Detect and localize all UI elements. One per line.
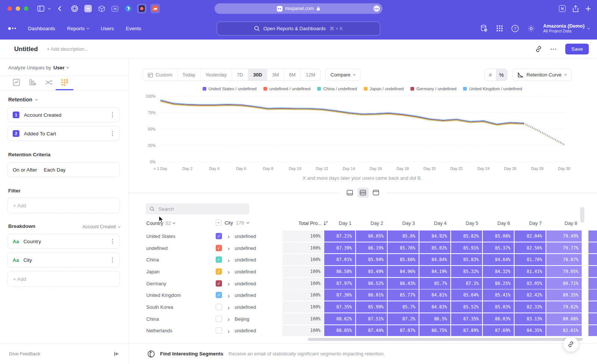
- retention-cell[interactable]: 86.03%: [483, 313, 514, 324]
- step-options-icon[interactable]: [110, 111, 115, 119]
- range-yesterday[interactable]: Yesterday: [200, 69, 232, 81]
- range-3m[interactable]: 3M: [267, 69, 284, 81]
- col-header-day-5[interactable]: Day 5: [451, 220, 483, 226]
- retention-cell[interactable]: 86.75%: [419, 325, 450, 336]
- retention-cell[interactable]: 87.97%: [324, 278, 355, 289]
- retention-cell[interactable]: 87.36%: [324, 289, 355, 301]
- retention-cell[interactable]: 85.7%: [419, 278, 450, 289]
- range-today[interactable]: Today: [177, 69, 200, 81]
- retention-cell[interactable]: 85.08%: [483, 230, 514, 242]
- back-button[interactable]: [58, 6, 62, 12]
- vertical-scrollbar[interactable]: [580, 207, 584, 223]
- retention-cell[interactable]: 82.33%: [515, 301, 546, 313]
- retention-cell[interactable]: 85.77%: [388, 289, 419, 301]
- add-filter-button[interactable]: + Add: [7, 198, 120, 213]
- retention-cell[interactable]: 87.2%: [388, 313, 419, 324]
- retention-cell[interactable]: 82.04%: [515, 230, 546, 242]
- retention-cell[interactable]: 86.25%: [483, 278, 514, 289]
- retention-cell[interactable]: 80.71%: [546, 278, 582, 289]
- collapse-sidebar-icon[interactable]: [113, 351, 119, 357]
- data-management-icon[interactable]: [480, 24, 488, 32]
- breakdown-city[interactable]: Aa City: [7, 252, 120, 267]
- legend-item[interactable]: China / undefined: [317, 87, 357, 91]
- apps-grid-icon[interactable]: [496, 25, 503, 32]
- nav-users[interactable]: Users: [101, 26, 114, 31]
- retention-cell[interactable]: 85.49%: [356, 266, 387, 277]
- row-total-cell[interactable]: 100%: [282, 230, 323, 242]
- legend-item[interactable]: Japan / undefined: [364, 87, 404, 91]
- tab-flows-icon[interactable]: [44, 78, 53, 87]
- retention-cell[interactable]: 87.35%: [451, 313, 482, 324]
- retention-cell[interactable]: 86.43%: [388, 278, 419, 289]
- criteria-each-day[interactable]: Each Day: [44, 167, 66, 173]
- retention-cell[interactable]: 86.19%: [356, 242, 387, 254]
- row-expand-icon[interactable]: [227, 245, 229, 251]
- split-view-icon[interactable]: [357, 188, 369, 198]
- tab-funnels-icon[interactable]: [28, 78, 37, 87]
- retention-cell[interactable]: 84.96%: [388, 266, 419, 277]
- retention-cell[interactable]: 81.76%: [515, 254, 546, 265]
- row-total-cell[interactable]: 100%: [282, 242, 323, 254]
- col-header-city[interactable]: − City176: [216, 220, 249, 226]
- retention-section-header[interactable]: Retention: [8, 97, 37, 103]
- row-total-cell[interactable]: 100%: [282, 278, 323, 289]
- row-checkbox[interactable]: [216, 327, 222, 334]
- retention-cell[interactable]: 88.85%: [324, 325, 355, 336]
- retention-cell[interactable]: 85.66%: [388, 254, 419, 265]
- row-expand-icon[interactable]: [227, 256, 229, 263]
- retention-cell[interactable]: 88.62%: [324, 313, 355, 324]
- extension-js-icon[interactable]: JS: [110, 4, 120, 13]
- find-segments-title[interactable]: Find Interesting Segments: [160, 351, 224, 357]
- row-checkbox[interactable]: ✓: [216, 257, 222, 263]
- compare-button[interactable]: Compare: [325, 69, 360, 81]
- legend-item[interactable]: United Kingdom / undefined: [463, 87, 522, 91]
- breakdown-options-icon[interactable]: [110, 237, 115, 245]
- row-checkbox[interactable]: ✓: [216, 268, 222, 274]
- extension-cloud-icon[interactable]: [150, 4, 160, 13]
- retention-cell[interactable]: 87.51%: [356, 313, 387, 324]
- give-feedback-link[interactable]: Give Feedback: [9, 351, 40, 357]
- retention-cell[interactable]: 85.41%: [483, 289, 514, 301]
- range-30d[interactable]: 30D: [248, 69, 267, 81]
- legend-item[interactable]: undefined / undefined: [263, 87, 311, 91]
- row-checkbox[interactable]: ✓: [216, 292, 222, 298]
- extension-cube-icon[interactable]: [97, 4, 106, 13]
- range-custom[interactable]: Custom: [143, 69, 177, 81]
- retention-cell[interactable]: 85.91%: [451, 242, 482, 254]
- table-search-input[interactable]: [158, 206, 245, 212]
- retention-cell[interactable]: 85.37%: [483, 242, 514, 254]
- retention-cell[interactable]: 79.77%: [546, 242, 582, 254]
- retention-cell[interactable]: 85.64%: [451, 289, 482, 301]
- retention-cell[interactable]: 85.03%: [483, 301, 514, 313]
- absolute-numbers-toggle[interactable]: #: [485, 69, 496, 81]
- extension-m-icon[interactable]: m: [83, 4, 93, 13]
- retention-cell[interactable]: 78.87%: [546, 254, 582, 265]
- retention-cell[interactable]: 84.35%: [515, 325, 546, 336]
- retention-cell[interactable]: 84.84%: [419, 254, 450, 265]
- retention-cell[interactable]: 82.42%: [515, 289, 546, 301]
- row-expand-icon[interactable]: [227, 268, 229, 275]
- retention-cell[interactable]: 87.89%: [451, 325, 482, 336]
- range-6m[interactable]: 6M: [284, 69, 300, 81]
- chart-type-selector[interactable]: Retention Curve: [512, 69, 572, 81]
- analyze-uniques-control[interactable]: Analyze Uniques by User: [8, 65, 69, 70]
- row-expand-icon[interactable]: [227, 280, 229, 287]
- retention-cell[interactable]: 83.05%: [515, 278, 546, 289]
- retention-cell[interactable]: 86.01%: [356, 289, 387, 301]
- row-total-cell[interactable]: 100%: [282, 254, 323, 265]
- retention-cell[interactable]: 80.68%: [546, 313, 582, 324]
- add-description[interactable]: + Add description...: [47, 46, 88, 52]
- range-12m[interactable]: 12M: [300, 69, 320, 81]
- minimize-window-button[interactable]: [16, 6, 20, 11]
- col-header-country[interactable]: Country52: [146, 220, 175, 226]
- retention-cell[interactable]: 85.99%: [356, 301, 387, 313]
- col-header-day-7[interactable]: Day 7: [515, 220, 546, 226]
- col-header-day-1[interactable]: Day 1: [324, 220, 356, 226]
- retention-cell[interactable]: 85.02%: [419, 242, 450, 254]
- page-settings-icon[interactable]: •••: [373, 6, 380, 12]
- retention-cell[interactable]: 85.7%: [388, 301, 419, 313]
- retention-cell[interactable]: 82.61%: [546, 325, 582, 336]
- address-bar[interactable]: mixpanel.com •••: [215, 3, 382, 14]
- notion-extension-icon[interactable]: N: [559, 5, 566, 12]
- row-expand-icon[interactable]: [227, 233, 229, 239]
